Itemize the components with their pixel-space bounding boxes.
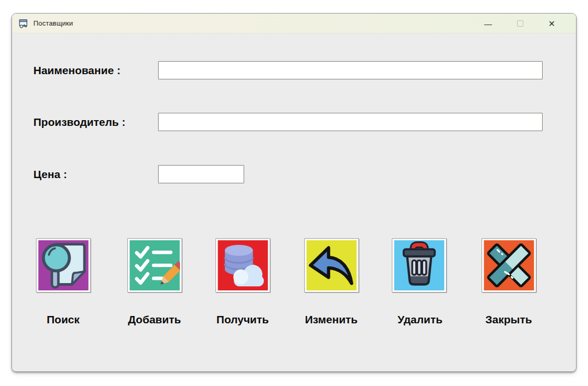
close-button-label: Закрыть — [464, 313, 553, 326]
price-field-label: Цена : — [33, 165, 67, 183]
search-button[interactable] — [36, 238, 91, 293]
get-button-label: Получить — [198, 313, 287, 326]
get-button[interactable] — [215, 238, 270, 293]
close-form-button[interactable] — [482, 238, 536, 293]
database-cloud-icon — [218, 240, 268, 290]
trash-icon — [394, 240, 445, 290]
suppliers-window: Поставщики — ✕ Наименование : Производит… — [11, 13, 577, 372]
add-button-label: Добавить — [110, 313, 199, 326]
name-input[interactable] — [158, 61, 543, 79]
close-button[interactable]: ✕ — [536, 14, 568, 33]
undo-arrow-icon — [306, 240, 357, 290]
minimize-button[interactable]: — — [472, 14, 504, 33]
checklist-pencil-icon — [129, 240, 180, 290]
maximize-button[interactable] — [504, 14, 536, 33]
price-input[interactable] — [158, 165, 244, 183]
search-button-label: Поиск — [19, 313, 107, 326]
window-title: Поставщики — [33, 19, 73, 27]
add-button[interactable] — [127, 238, 182, 293]
close-x-icon — [484, 240, 534, 290]
manufacturer-input[interactable] — [158, 113, 543, 131]
form-client-area: Наименование : Производитель : Цена : — [12, 33, 576, 371]
manufacturer-field-label: Производитель : — [33, 113, 126, 131]
maximize-icon — [517, 20, 523, 27]
delete-button[interactable] — [392, 238, 447, 293]
delete-button-label: Удалить — [376, 313, 464, 326]
name-field-label: Наименование : — [33, 61, 121, 79]
app-form-icon — [19, 19, 29, 28]
edit-button-label: Изменить — [287, 313, 376, 326]
search-document-icon — [38, 240, 89, 290]
titlebar: Поставщики — ✕ — [12, 14, 576, 33]
window-controls: — ✕ — [472, 14, 568, 33]
edit-button[interactable] — [304, 238, 359, 293]
